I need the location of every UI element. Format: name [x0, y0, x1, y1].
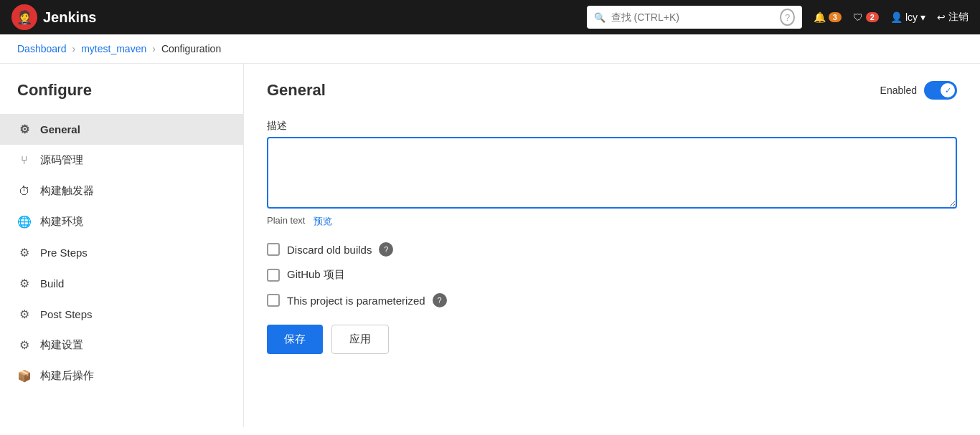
- search-input[interactable]: [611, 11, 775, 23]
- sidebar-item-general[interactable]: ⚙ General: [0, 114, 243, 145]
- description-group: 描述 Plain text 预览: [267, 120, 957, 228]
- discard-old-builds-label: Discard old builds: [287, 244, 372, 256]
- breadcrumb-sep-2: ›: [152, 43, 156, 54]
- sidebar-item-buildsettings[interactable]: ⚙ 构建设置: [0, 330, 243, 360]
- toggle-knob: ✓: [941, 83, 955, 97]
- enabled-toggle[interactable]: ✓: [924, 81, 957, 100]
- security-count: 2: [866, 12, 879, 22]
- jenkins-logo[interactable]: 🤵 Jenkins: [11, 4, 96, 30]
- logout-button[interactable]: ↩ 注销: [937, 11, 969, 24]
- sidebar-item-label: 构建环境: [40, 215, 83, 229]
- source-icon: ⑂: [17, 154, 32, 167]
- search-bar[interactable]: 🔍 ?: [587, 6, 802, 29]
- globe-icon: 🌐: [17, 215, 32, 229]
- button-row: 保存 应用: [267, 325, 957, 354]
- sidebar-item-label: 构建设置: [40, 338, 83, 352]
- security-badge[interactable]: 🛡 2: [853, 11, 879, 23]
- enabled-label: Enabled: [880, 85, 917, 96]
- logout-icon: ↩: [937, 11, 946, 23]
- notifications-badge[interactable]: 🔔 3: [814, 11, 842, 23]
- sidebar-item-label: General: [40, 123, 80, 135]
- save-button[interactable]: 保存: [267, 325, 323, 354]
- search-help-icon[interactable]: ?: [780, 9, 794, 26]
- format-preview-link[interactable]: 预览: [314, 215, 332, 228]
- parameterized-label: This project is parameterized: [287, 295, 425, 307]
- sidebar-item-label: 构建后操作: [40, 369, 94, 383]
- description-textarea[interactable]: [267, 137, 957, 209]
- presteps-icon: ⚙: [17, 246, 32, 259]
- search-icon: 🔍: [594, 12, 606, 23]
- clock-icon: ⏱: [17, 185, 32, 198]
- parameterized-row: This project is parameterized ?: [267, 293, 957, 307]
- sidebar-item-poststeps[interactable]: ⚙ Post Steps: [0, 299, 243, 330]
- format-options: Plain text 预览: [267, 215, 957, 228]
- content-area: General Enabled ✓ 描述 Plain text 预览 Disca…: [244, 64, 980, 427]
- format-plain-label: Plain text: [267, 215, 305, 228]
- sidebar-item-build[interactable]: ⚙ Build: [0, 268, 243, 299]
- bell-icon: 🔔: [814, 11, 826, 23]
- build-icon: ⚙: [17, 277, 32, 290]
- content-title: General: [267, 81, 326, 100]
- postbuild-icon: 📦: [17, 369, 32, 383]
- sidebar-item-source[interactable]: ⑂ 源码管理: [0, 145, 243, 176]
- sidebar-item-postbuild[interactable]: 📦 构建后操作: [0, 360, 243, 391]
- sidebar-item-triggers[interactable]: ⏱ 构建触发器: [0, 176, 243, 206]
- breadcrumb-project[interactable]: mytest_maven: [81, 43, 146, 54]
- chevron-down-icon: ▾: [920, 11, 925, 23]
- user-icon: 👤: [890, 11, 903, 23]
- breadcrumb-current: Configuration: [161, 43, 221, 54]
- enabled-toggle-group: Enabled ✓: [880, 81, 957, 100]
- sidebar-item-presteps[interactable]: ⚙ Pre Steps: [0, 237, 243, 268]
- description-label: 描述: [267, 120, 957, 133]
- content-header: General Enabled ✓: [267, 81, 957, 100]
- breadcrumb-sep-1: ›: [72, 43, 76, 54]
- sidebar-item-label: 构建触发器: [40, 184, 94, 198]
- buildsettings-icon: ⚙: [17, 338, 32, 352]
- parameterized-checkbox[interactable]: [267, 294, 280, 307]
- logout-label: 注销: [948, 11, 969, 24]
- jenkins-title: Jenkins: [43, 9, 96, 26]
- discard-old-builds-checkbox[interactable]: [267, 243, 280, 256]
- main-container: Configure ⚙ General ⑂ 源码管理 ⏱ 构建触发器 🌐 构建环…: [0, 64, 980, 427]
- user-name: lcy: [905, 11, 918, 23]
- apply-button[interactable]: 应用: [331, 325, 389, 354]
- sidebar-item-label: Build: [40, 277, 64, 290]
- gear-icon: ⚙: [17, 123, 32, 136]
- github-project-label: GitHub 项目: [287, 268, 345, 282]
- discard-old-builds-row: Discard old builds ?: [267, 242, 957, 257]
- sidebar-item-environment[interactable]: 🌐 构建环境: [0, 206, 243, 237]
- poststeps-icon: ⚙: [17, 307, 32, 321]
- jenkins-icon: 🤵: [11, 4, 37, 30]
- breadcrumb-dashboard[interactable]: Dashboard: [17, 43, 67, 54]
- breadcrumb: Dashboard › mytest_maven › Configuration: [0, 34, 980, 64]
- notifications-count: 3: [829, 12, 842, 22]
- discard-old-builds-help[interactable]: ?: [379, 242, 393, 257]
- shield-icon: 🛡: [853, 11, 863, 23]
- user-menu[interactable]: 👤 lcy ▾: [890, 11, 925, 23]
- sidebar-item-label: Post Steps: [40, 308, 93, 320]
- github-project-row: GitHub 项目: [267, 268, 957, 282]
- parameterized-help[interactable]: ?: [433, 293, 447, 307]
- sidebar: Configure ⚙ General ⑂ 源码管理 ⏱ 构建触发器 🌐 构建环…: [0, 64, 244, 427]
- topnav: 🤵 Jenkins 🔍 ? 🔔 3 🛡 2 👤 lcy ▾ ↩ 注销: [0, 0, 980, 34]
- sidebar-item-label: 源码管理: [40, 153, 83, 167]
- sidebar-item-label: Pre Steps: [40, 247, 88, 259]
- github-project-checkbox[interactable]: [267, 269, 280, 282]
- sidebar-title: Configure: [0, 81, 243, 114]
